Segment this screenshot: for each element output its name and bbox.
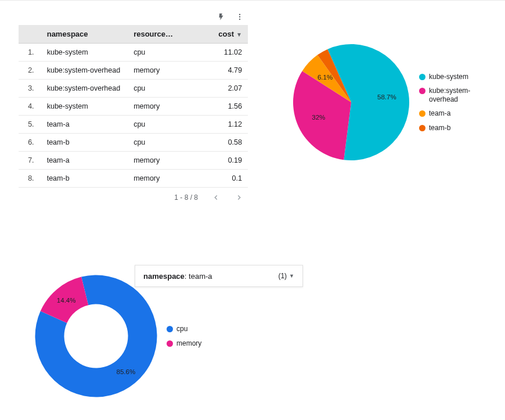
- row-resource: memory: [130, 152, 186, 170]
- svg-point-1: [239, 16, 240, 17]
- table-row[interactable]: 4.kube-systemmemory1.56: [19, 98, 248, 116]
- legend-label: kube:system-overhead: [429, 87, 481, 103]
- legend-item[interactable]: kube:system-overhead: [419, 87, 481, 103]
- row-resource: cpu: [130, 134, 186, 152]
- table-row[interactable]: 7.team-amemory0.19: [19, 152, 248, 170]
- row-resource: memory: [130, 98, 186, 116]
- row-cost: 1.12: [186, 116, 248, 134]
- legend-swatch: [167, 326, 173, 332]
- row-index: 2.: [19, 62, 44, 80]
- namespace-pie-legend: kube-systemkube:system-overheadteam-atea…: [419, 73, 481, 132]
- row-cost: 0.19: [186, 152, 248, 170]
- pager-prev-icon[interactable]: [211, 192, 221, 203]
- legend-label: memory: [176, 339, 201, 347]
- chevron-down-icon: ▼: [289, 273, 294, 279]
- row-resource: memory: [130, 170, 186, 188]
- pager-next-icon[interactable]: [234, 192, 244, 203]
- table-row[interactable]: 6.team-bcpu0.58: [19, 134, 248, 152]
- legend-swatch: [419, 125, 425, 131]
- legend-item[interactable]: memory: [167, 339, 201, 347]
- table-row[interactable]: 1.kube-systemcpu11.02: [19, 44, 248, 62]
- bolt-icon[interactable]: [217, 12, 226, 21]
- row-index: 1.: [19, 44, 44, 62]
- row-index: 8.: [19, 170, 44, 188]
- table-row[interactable]: 8.team-bmemory0.1: [19, 170, 248, 188]
- col-index[interactable]: [19, 25, 44, 44]
- table-row[interactable]: 3.kube:system-overheadcpu2.07: [19, 80, 248, 98]
- row-namespace: kube:system-overhead: [44, 62, 130, 80]
- filter-count: (1): [278, 272, 287, 280]
- resource-donut-chart[interactable]: 85.6%14.4%: [34, 274, 158, 399]
- col-cost-label: cost: [218, 30, 234, 38]
- row-resource: cpu: [130, 80, 186, 98]
- legend-swatch: [419, 74, 425, 80]
- legend-item[interactable]: cpu: [167, 325, 201, 333]
- namespace-pie-panel: 58.7%32%6.1% kube-systemkube:system-over…: [290, 41, 488, 163]
- row-namespace: kube-system: [44, 44, 130, 62]
- row-resource: cpu: [130, 116, 186, 134]
- resource-donut-legend: cpumemory: [167, 325, 201, 347]
- more-vert-icon[interactable]: [235, 12, 244, 21]
- table-row[interactable]: 2.kube:system-overheadmemory4.79: [19, 62, 248, 80]
- row-resource: cpu: [130, 44, 186, 62]
- row-cost: 0.58: [186, 134, 248, 152]
- legend-label: cpu: [176, 325, 187, 333]
- cost-table-panel: namespace resource… cost▼ 1.kube-systemc…: [19, 9, 248, 203]
- namespace-pie-chart[interactable]: 58.7%32%6.1%: [290, 41, 412, 163]
- row-namespace: team-b: [44, 134, 130, 152]
- col-cost[interactable]: cost▼: [186, 25, 248, 44]
- row-namespace: team-a: [44, 116, 130, 134]
- legend-item[interactable]: kube-system: [419, 73, 481, 81]
- col-namespace[interactable]: namespace: [44, 25, 130, 44]
- row-cost: 4.79: [186, 62, 248, 80]
- legend-swatch: [419, 88, 425, 94]
- pager: 1 - 8 / 8: [19, 188, 248, 203]
- row-cost: 0.1: [186, 170, 248, 188]
- col-resource[interactable]: resource…: [130, 25, 186, 44]
- table-row[interactable]: 5.team-acpu1.12: [19, 116, 248, 134]
- row-index: 4.: [19, 98, 44, 116]
- row-namespace: kube-system: [44, 98, 130, 116]
- row-namespace: team-a: [44, 152, 130, 170]
- row-cost: 1.56: [186, 98, 248, 116]
- row-index: 6.: [19, 134, 44, 152]
- pager-range: 1 - 8 / 8: [174, 193, 198, 202]
- legend-swatch: [167, 340, 173, 347]
- cost-table: namespace resource… cost▼ 1.kube-systemc…: [19, 25, 248, 188]
- resource-donut-panel: 85.6%14.4% cpumemory: [34, 274, 248, 399]
- svg-point-2: [239, 19, 240, 20]
- row-namespace: kube:system-overhead: [44, 80, 130, 98]
- legend-label: kube-system: [429, 73, 468, 81]
- legend-label: team-b: [429, 124, 450, 132]
- row-resource: memory: [130, 62, 186, 80]
- sort-desc-icon: ▼: [236, 31, 242, 38]
- legend-item[interactable]: team-b: [419, 124, 481, 132]
- row-namespace: team-b: [44, 170, 130, 188]
- svg-point-0: [239, 14, 240, 15]
- row-index: 7.: [19, 152, 44, 170]
- table-toolbar: [19, 9, 248, 25]
- row-index: 3.: [19, 80, 44, 98]
- legend-swatch: [419, 110, 425, 117]
- row-index: 5.: [19, 116, 44, 134]
- legend-item[interactable]: team-a: [419, 109, 481, 117]
- row-cost: 11.02: [186, 44, 248, 62]
- row-cost: 2.07: [186, 80, 248, 98]
- legend-label: team-a: [429, 109, 450, 117]
- filter-count-wrap: (1) ▼: [278, 272, 294, 280]
